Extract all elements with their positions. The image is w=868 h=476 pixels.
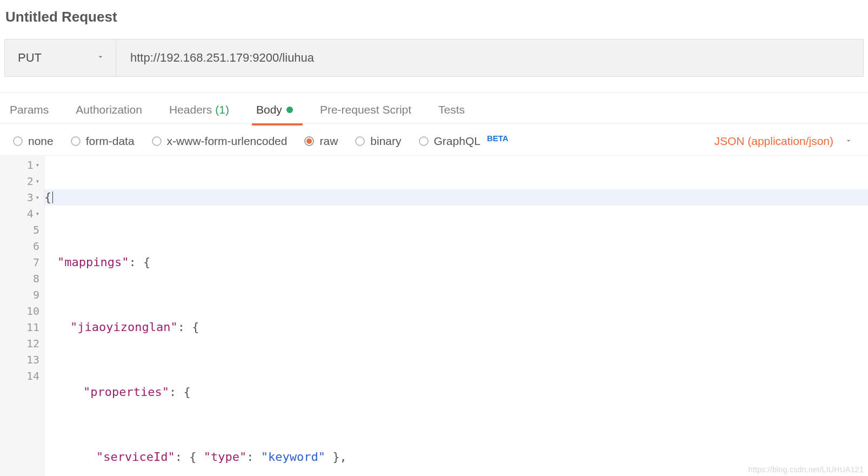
line-number: 11: [0, 319, 44, 335]
radio-label: none: [28, 135, 54, 148]
code-line: "properties": {: [44, 384, 868, 400]
http-method-label: PUT: [18, 51, 42, 65]
body-type-x-www-form-urlencoded[interactable]: x-www-form-urlencoded: [152, 135, 288, 148]
radio-label: binary: [370, 135, 401, 148]
body-type-form-data[interactable]: form-data: [71, 135, 135, 148]
fold-toggle-icon[interactable]: ▾: [36, 206, 39, 222]
request-row: PUT http://192.168.251.179:9200/liuhua: [4, 39, 864, 77]
radio-label: GraphQL: [434, 135, 480, 148]
tab-params[interactable]: Params: [10, 103, 49, 125]
chevron-down-icon: [844, 135, 853, 148]
tab-pre-request-script[interactable]: Pre-request Script: [320, 103, 411, 125]
radio-icon: [419, 136, 429, 146]
tab-label: Params: [10, 103, 49, 116]
code-line: "mappings": {: [44, 254, 868, 270]
line-number: 6: [0, 238, 44, 254]
body-active-dot-icon: [286, 107, 293, 113]
body-type-raw[interactable]: raw: [304, 135, 338, 148]
code-line: "serviceId": { "type": "keyword" },: [44, 449, 868, 465]
token-key: "jiaoyizonglan": [70, 319, 178, 335]
chevron-down-icon: [96, 52, 105, 63]
tab-headers[interactable]: Headers (1): [169, 103, 229, 125]
tab-label: Headers: [169, 103, 212, 116]
line-number: 12: [0, 335, 44, 352]
line-number: 7: [0, 254, 44, 270]
radio-label: form-data: [86, 135, 135, 148]
radio-label: x-www-form-urlencoded: [167, 135, 288, 148]
line-number: 14: [0, 368, 44, 384]
line-number: 5: [0, 222, 44, 238]
fold-toggle-icon[interactable]: ▾: [36, 173, 39, 189]
line-number: 8: [0, 270, 44, 287]
request-url-input[interactable]: http://192.168.251.179:9200/liuhua: [116, 39, 863, 76]
token-key: "mappings": [57, 254, 129, 270]
request-title: Untitled Request: [5, 9, 863, 25]
json-body-editor[interactable]: 1▾2▾3▾4▾567891011121314 { "mappings": { …: [0, 156, 868, 476]
http-method-selector[interactable]: PUT: [5, 39, 116, 76]
code-line: {: [44, 189, 868, 206]
code-area[interactable]: { "mappings": { "jiaoyizonglan": { "prop…: [44, 156, 868, 476]
fold-toggle-icon[interactable]: ▾: [36, 189, 39, 206]
body-type-none[interactable]: none: [13, 135, 54, 148]
tab-label: Authorization: [76, 103, 142, 116]
body-type-row: none form-data x-www-form-urlencoded raw…: [0, 124, 868, 156]
line-number: 4▾: [0, 206, 44, 222]
tab-label: Tests: [438, 103, 465, 116]
tab-label: Body: [256, 103, 282, 116]
page-title-area: Untitled Request: [0, 0, 868, 36]
radio-label: raw: [319, 135, 338, 148]
line-number-gutter: 1▾2▾3▾4▾567891011121314: [0, 156, 44, 476]
headers-count-badge: (1): [215, 103, 229, 116]
tab-body[interactable]: Body: [256, 103, 293, 125]
content-type-label: JSON (application/json): [714, 135, 833, 148]
line-number: 13: [0, 352, 44, 368]
radio-icon: [13, 136, 23, 146]
line-number: 9: [0, 287, 44, 303]
radio-icon: [355, 136, 365, 146]
line-number: 10: [0, 303, 44, 319]
request-url-value: http://192.168.251.179:9200/liuhua: [130, 51, 314, 65]
fold-toggle-icon[interactable]: ▾: [36, 157, 39, 173]
request-tabs: Params Authorization Headers (1) Body Pr…: [0, 92, 868, 124]
line-number: 1▾: [0, 157, 44, 173]
tab-tests[interactable]: Tests: [438, 103, 465, 125]
radio-icon: [71, 136, 81, 146]
radio-icon: [304, 136, 314, 146]
token-brace: {: [44, 189, 51, 206]
tab-label: Pre-request Script: [320, 103, 411, 116]
body-type-binary[interactable]: binary: [355, 135, 401, 148]
line-number: 3▾: [0, 189, 44, 206]
content-type-selector[interactable]: JSON (application/json): [714, 135, 858, 148]
tab-authorization[interactable]: Authorization: [76, 103, 142, 125]
line-number: 2▾: [0, 173, 44, 189]
radio-icon: [152, 136, 162, 146]
code-line: "jiaoyizonglan": {: [44, 319, 868, 335]
token-key: "serviceId": [96, 449, 175, 465]
body-type-graphql[interactable]: GraphQL BETA: [419, 135, 509, 148]
beta-badge: BETA: [487, 134, 509, 143]
token-key: "properties": [83, 384, 169, 400]
text-cursor: [52, 191, 53, 203]
